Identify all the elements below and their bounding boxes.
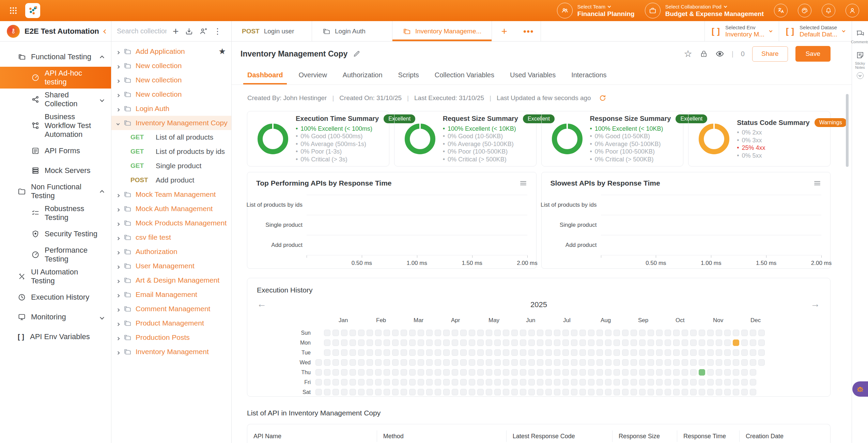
palette-icon xyxy=(801,7,808,14)
tab-dashboard[interactable]: Dashboard xyxy=(247,65,283,84)
tab-overview[interactable]: Overview xyxy=(298,65,327,84)
sidebar-item-api-env-variables[interactable]: [ ] API Env Variables xyxy=(0,327,111,347)
tab-overflow-button[interactable]: ••• xyxy=(516,21,541,41)
collection-item-product-management[interactable]: Product Management xyxy=(111,316,231,330)
sidebar-item-shared-collection[interactable]: Shared Collection xyxy=(0,89,111,110)
bug-icon xyxy=(856,385,865,394)
add-collection-button[interactable]: + xyxy=(173,26,179,36)
execution-history-panel: Execution History ← → 2025 JanFebMarAprM… xyxy=(247,278,831,397)
report-bug-button[interactable] xyxy=(852,381,868,397)
collection-item-comment-management[interactable]: Comment Management xyxy=(111,302,231,316)
share-collection-button[interactable] xyxy=(199,27,207,35)
rail-expand-button[interactable] xyxy=(857,72,864,79)
sidebar-item-functional-testing[interactable]: Functional Testing xyxy=(0,47,111,67)
collection-item-authorization[interactable]: Authorization xyxy=(111,244,231,259)
request-item-single-product[interactable]: GET Single product xyxy=(111,159,231,173)
tab-inventory-manageme[interactable]: Inventory Manageme... xyxy=(392,21,492,41)
collection-item-login-auth[interactable]: Login Auth xyxy=(111,101,231,116)
collection-item-production-posts[interactable]: Production Posts xyxy=(111,330,231,345)
heatmap-cell xyxy=(537,330,543,336)
favorite-button[interactable]: ☆ xyxy=(684,49,692,59)
share-button[interactable]: Share xyxy=(752,46,788,62)
tab-login-auth[interactable]: Login Auth xyxy=(312,21,392,41)
heatmap-cell xyxy=(358,330,365,336)
app-grid-icon[interactable] xyxy=(9,6,18,15)
collection-item-add-application[interactable]: Add Application ★ xyxy=(111,44,231,59)
dataset-selector[interactable]: [ ] Selected Datase Default Dat... xyxy=(779,21,852,41)
request-item-list-of-products-by-ids[interactable]: GET List of products by ids xyxy=(111,144,231,159)
collection-item-mock-team-management[interactable]: Mock Team Management xyxy=(111,187,231,202)
collection-item-inventory-management[interactable]: Inventory Management xyxy=(111,345,231,359)
sidebar-item-monitoring[interactable]: Monitoring xyxy=(0,307,111,327)
collection-item-new-collection[interactable]: New collection xyxy=(111,59,231,73)
collection-item-inventory-management-copy[interactable]: Inventory Management Copy xyxy=(111,116,231,130)
collection-item-mock-auth-management[interactable]: Mock Auth Management xyxy=(111,202,231,216)
watch-button[interactable] xyxy=(715,49,724,58)
theme-button[interactable] xyxy=(798,4,811,17)
edit-title-button[interactable] xyxy=(353,50,360,58)
collection-item-new-collection[interactable]: New collection xyxy=(111,73,231,87)
sidebar-item-mock-servers[interactable]: Mock Servers xyxy=(0,161,111,180)
chart-menu-button[interactable] xyxy=(519,179,527,187)
workspace-avatar[interactable] xyxy=(7,25,20,38)
sidebar-item-api-forms[interactable]: API Forms xyxy=(0,141,111,161)
search-input[interactable] xyxy=(117,27,167,35)
sidebar-item-performance-testing[interactable]: Performance Testing xyxy=(0,244,111,266)
collection-item-csv-file-test[interactable]: csv file test xyxy=(111,230,231,244)
folder-copy-icon xyxy=(123,262,131,270)
vertical-scrollbar[interactable] xyxy=(846,94,849,167)
collection-item-new-collection[interactable]: New collection xyxy=(111,87,231,101)
notifications-button[interactable] xyxy=(822,4,835,17)
heatmap-cell xyxy=(494,389,501,395)
sidebar-item-non-functional-testing[interactable]: Non Functional Testing xyxy=(0,180,111,202)
heatmap-cell xyxy=(716,389,722,395)
team-selector[interactable]: Select Team Financial Planning xyxy=(557,3,635,18)
account-button[interactable] xyxy=(846,4,859,17)
request-item-list-of-all-products[interactable]: GET List of all products xyxy=(111,130,231,144)
tab-used-variables[interactable]: Used Variables xyxy=(510,65,556,84)
tab-authorization[interactable]: Authorization xyxy=(343,65,383,84)
folder-copy-icon xyxy=(123,47,131,56)
sticky-notes-button[interactable] xyxy=(856,51,865,60)
language-button[interactable] xyxy=(774,4,788,17)
new-tab-button[interactable]: + xyxy=(492,21,516,41)
sidebar-item-execution-history[interactable]: Execution History xyxy=(0,287,111,307)
collection-item-art-design-management[interactable]: Art & Design Management xyxy=(111,273,231,287)
heatmap-cell xyxy=(579,389,586,395)
collapse-sidebar-button[interactable] xyxy=(104,28,107,34)
heatmap-cell xyxy=(401,379,407,385)
sidebar-item-api-ad-hoc-testing[interactable]: API Ad-hoc testing xyxy=(0,67,111,89)
collaboration-pod-selector[interactable]: Select Collaboration Pod Budget & Expens… xyxy=(645,3,764,18)
env-selector[interactable]: [ ] Selected Env Inventory M... xyxy=(704,21,779,41)
tab-scripts[interactable]: Scripts xyxy=(398,65,419,84)
heatmap-cell xyxy=(614,349,620,356)
save-button[interactable]: Save xyxy=(795,46,831,62)
refresh-button[interactable] xyxy=(599,94,607,102)
heatmap-cell xyxy=(562,330,569,336)
sidebar-item-security-testing[interactable]: Security Testing xyxy=(0,224,111,244)
heatmap-cell xyxy=(588,339,594,346)
import-button[interactable] xyxy=(185,27,193,35)
next-year-button[interactable]: → xyxy=(810,299,820,309)
heatmap-cell xyxy=(750,369,756,376)
card-bullet: •0% 5xx xyxy=(737,152,824,160)
more-options-button[interactable]: ⋮ xyxy=(214,27,222,36)
tab-collection-variables[interactable]: Collection Variables xyxy=(435,65,494,84)
product-logo[interactable] xyxy=(25,3,40,18)
collection-item-email-management[interactable]: Email Management xyxy=(111,287,231,302)
star-icon[interactable]: ★ xyxy=(218,47,226,56)
chart-menu-button[interactable] xyxy=(813,179,821,187)
tab-login-user[interactable]: POST Login user xyxy=(232,21,312,41)
previous-year-button[interactable]: ← xyxy=(257,299,266,309)
sidebar-item-ui-automation-testing[interactable]: UI Automation Testing xyxy=(0,266,111,287)
collection-item-user-management[interactable]: User Management xyxy=(111,259,231,273)
lock-button[interactable] xyxy=(700,50,708,58)
sidebar-item-business-workflow-test-automation[interactable]: Business Workflow Test Automation xyxy=(0,110,111,141)
heatmap-cell xyxy=(375,359,382,366)
comments-button[interactable] xyxy=(856,29,865,38)
tab-interactions[interactable]: Interactions xyxy=(571,65,606,84)
request-item-add-product[interactable]: POST Add product xyxy=(111,173,231,187)
sidebar-item-robustness-testing[interactable]: Robustness Testing xyxy=(0,202,111,224)
heatmap-cell xyxy=(452,339,458,346)
collection-item-mock-products-management[interactable]: Mock Products Management xyxy=(111,216,231,230)
